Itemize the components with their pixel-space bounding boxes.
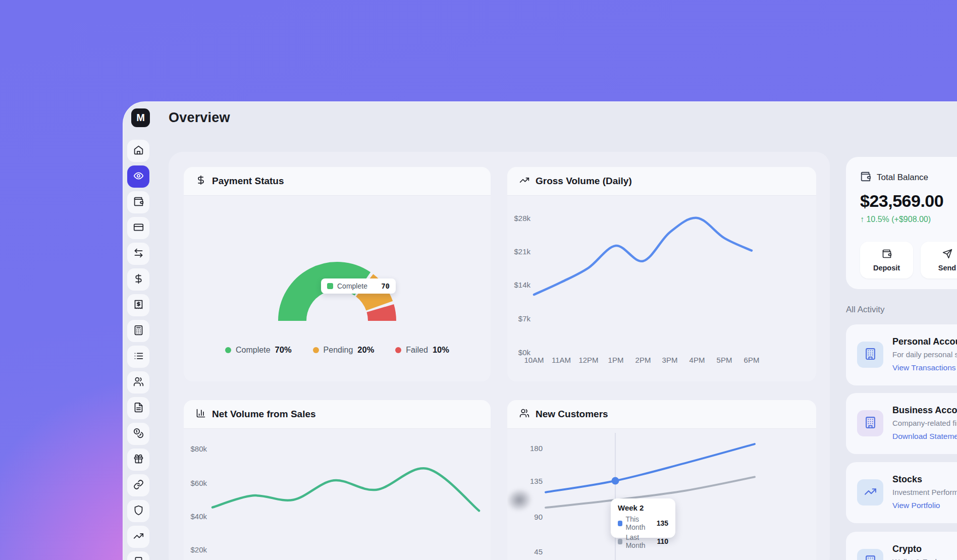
x-axis-tick: 5PM (717, 356, 732, 364)
send-icon (942, 249, 952, 260)
credit-card-icon (133, 222, 144, 235)
this-month-swatch (618, 521, 622, 526)
sidebar-item-calculator[interactable] (127, 320, 149, 342)
sidebar-item-transfers[interactable] (127, 243, 149, 265)
gauge-chart-area: Complete 70 Complete70%Pending20%Failed1… (184, 196, 491, 381)
sidebar-item-link[interactable] (127, 474, 149, 496)
activity-card-stocks[interactable]: Stocks Investment Performance View Portf… (846, 462, 957, 523)
sidebar-item-list[interactable] (127, 346, 149, 368)
legend-item-complete: Complete70% (225, 345, 292, 355)
sidebar-item-users[interactable] (127, 371, 149, 394)
activity-link[interactable]: Download Statement (892, 432, 957, 441)
legend-item-pending: Pending20% (313, 345, 375, 355)
tooltip-row-label: Last Month (626, 533, 654, 549)
bar-chart-icon (196, 408, 206, 420)
x-axis-tick: 2PM (635, 356, 651, 364)
sidebar-item-wallet[interactable] (127, 191, 149, 213)
activity-title: Crypto (892, 544, 922, 554)
card-title: Payment Status (212, 176, 284, 187)
balance-change: ↑ 10.5% (+$908.00) (860, 215, 957, 224)
x-axis-tick: 4PM (689, 356, 705, 364)
tooltip-row-value: 110 (657, 537, 668, 545)
eye-icon (133, 171, 144, 183)
balance-amount: $23,569.00 (860, 191, 957, 211)
trending-up-icon (133, 531, 144, 543)
send-button[interactable]: Send (921, 242, 957, 278)
x-axis-tick: 6PM (744, 356, 760, 364)
customers-tooltip: Week 2 This Month 135 Last Month 110 (611, 498, 675, 538)
activity-title: Personal Account (892, 337, 957, 347)
users-icon (519, 408, 529, 420)
y-axis-tick: 135 (512, 477, 543, 485)
dollar-icon (196, 175, 206, 187)
deposit-button[interactable]: Deposit (860, 242, 913, 278)
y-axis-tick: $7k (507, 314, 530, 323)
balance-label: Total Balance (877, 173, 928, 183)
sidebar-item-home[interactable] (127, 140, 149, 162)
tooltip-row: Last Month 110 (618, 533, 668, 549)
gauge-tooltip: Complete 70 (321, 278, 396, 294)
activity-title: Stocks (892, 474, 922, 485)
activity-icon-tile (857, 479, 883, 506)
sidebar-item-device[interactable] (127, 551, 149, 560)
gross-volume-card: Gross Volume (Daily) $28k$21k$14k$7k$0k1… (507, 167, 816, 381)
gross-volume-chart: $28k$21k$14k$7k$0k10AM11AM12PM1PM2PM3PM4… (507, 196, 816, 381)
tooltip-row-value: 135 (657, 519, 668, 527)
link-icon (133, 479, 144, 492)
card-header: Payment Status (184, 167, 491, 196)
activity-subtitle: For daily personal spending (892, 350, 957, 359)
activity-card-crypto[interactable]: Crypto Wallet & Exchange View Wallet (846, 532, 957, 560)
x-axis-tick: 11AM (552, 356, 571, 364)
sidebar-item-receipt[interactable] (127, 294, 149, 316)
sidebar-item-shield[interactable] (127, 500, 149, 522)
y-axis-tick: $20k (184, 545, 207, 554)
device-icon (133, 556, 144, 560)
tooltip-value: 70 (381, 282, 390, 290)
card-header: New Customers (507, 400, 816, 429)
desktop-background: M Overview Payment Status Complete 70 Co… (0, 0, 957, 560)
sidebar-item-dollar[interactable] (127, 268, 149, 291)
activity-subtitle: Investment Performance (892, 488, 957, 496)
sidebar-item-trending-up[interactable] (127, 526, 149, 548)
y-axis-tick: $40k (184, 512, 207, 521)
tooltip-title: Week 2 (618, 503, 668, 512)
charts-grid: Payment Status Complete 70 Complete70%Pe… (169, 152, 830, 560)
activity-link[interactable]: View Portfolio (892, 501, 940, 510)
x-axis-tick: 12PM (578, 356, 598, 364)
y-axis-tick: 45 (512, 547, 543, 556)
activity-icon-tile (857, 342, 883, 368)
activity-card-personal-account[interactable]: Personal Account For daily personal spen… (846, 324, 957, 385)
activity-icon-tile (857, 549, 883, 560)
gauge-legend: Complete70%Pending20%Failed10% (184, 345, 491, 355)
sidebar-item-eye[interactable] (127, 165, 149, 188)
activity-subtitle: Wallet & Exchange (892, 557, 956, 560)
tooltip-label: Complete (337, 282, 377, 290)
trending-up-icon (864, 485, 877, 500)
x-axis-tick: 3PM (662, 356, 678, 364)
y-axis-tick: 90 (512, 513, 543, 521)
y-axis-tick: $14k (507, 281, 530, 289)
sidebar-item-credit-card[interactable] (127, 217, 149, 239)
net-volume-card: Net Volume from Sales $80k$60k$40k$20k (184, 400, 491, 560)
sidebar-item-document[interactable] (127, 397, 149, 419)
y-axis-tick: 180 (512, 444, 543, 453)
home-icon (133, 145, 144, 157)
x-axis-tick: 10AM (524, 356, 544, 364)
page-title: Overview (169, 110, 230, 126)
activity-card-business-account[interactable]: Business Account Company-related finance… (846, 393, 957, 454)
net-volume-chart: $80k$60k$40k$20k (184, 429, 491, 560)
last-month-swatch (618, 539, 622, 544)
building-icon (864, 416, 877, 431)
sidebar-item-coins[interactable] (127, 423, 149, 445)
activity-link[interactable]: View Transactions (892, 363, 956, 372)
y-axis-tick: $60k (184, 479, 207, 487)
new-customers-card: New Customers Week 2 This Month 135 L (507, 400, 816, 560)
users-icon (133, 376, 144, 389)
y-axis-tick: $80k (184, 444, 207, 453)
legend-item-failed: Failed10% (395, 345, 449, 355)
sidebar-item-gift[interactable] (127, 449, 149, 471)
app-logo: M (131, 108, 150, 127)
wallet-icon (860, 171, 871, 184)
wallet-icon (133, 196, 144, 209)
building-icon (864, 555, 877, 560)
